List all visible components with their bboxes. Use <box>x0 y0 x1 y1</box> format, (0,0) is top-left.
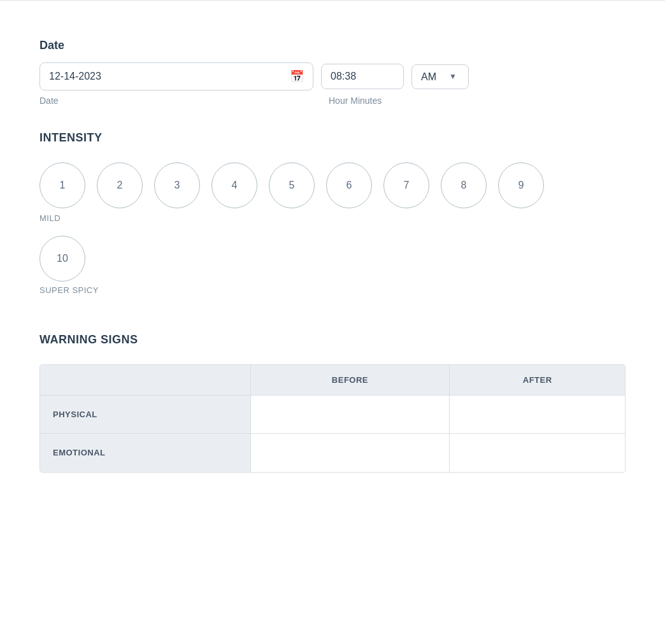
warning-table: BEFORE AFTER PHYSICAL EMOTIONAL <box>40 365 625 472</box>
table-row: EMOTIONAL <box>40 434 625 472</box>
emotional-after-cell[interactable] <box>450 434 625 472</box>
sublabel-row: Date Hour Minutes <box>39 96 626 106</box>
intensity-row-two: 10 <box>39 236 626 282</box>
intensity-circle-4[interactable]: 4 <box>211 162 257 208</box>
date-row: 📅 AM PM ▼ <box>39 62 626 90</box>
intensity-circle-10[interactable]: 10 <box>39 236 85 282</box>
intensity-circle-9[interactable]: 9 <box>498 162 544 208</box>
table-header-row: BEFORE AFTER <box>40 365 625 396</box>
intensity-circle-7[interactable]: 7 <box>383 162 429 208</box>
header-empty <box>40 365 250 396</box>
date-sublabel: Date <box>39 96 313 106</box>
header-before: BEFORE <box>250 365 450 396</box>
time-input-wrapper[interactable] <box>321 64 404 89</box>
intensity-title: INTENSITY <box>39 131 626 145</box>
physical-after-cell[interactable] <box>450 396 625 434</box>
table-row: PHYSICAL <box>40 396 625 434</box>
warning-signs-title: WARNING SIGNS <box>39 333 626 347</box>
row-label-emotional: EMOTIONAL <box>40 434 250 472</box>
intensity-section: INTENSITY 1 2 3 4 5 6 7 8 9 MILD 10 SUPE… <box>39 131 626 295</box>
intensity-circle-5[interactable]: 5 <box>269 162 315 208</box>
row-label-physical: PHYSICAL <box>40 396 250 434</box>
emotional-before-cell[interactable] <box>250 434 450 472</box>
physical-before-cell[interactable] <box>250 396 450 434</box>
intensity-circles-row: 1 2 3 4 5 6 7 8 9 <box>39 162 626 208</box>
intensity-circle-1[interactable]: 1 <box>39 162 85 208</box>
date-input-wrapper[interactable]: 📅 <box>39 62 313 90</box>
header-after: AFTER <box>450 365 625 396</box>
date-input[interactable] <box>49 71 290 82</box>
warning-signs-section: WARNING SIGNS BEFORE AFTER PHYSICAL <box>39 333 626 473</box>
intensity-circle-2[interactable]: 2 <box>97 162 143 208</box>
date-section: Date 📅 AM PM ▼ Date Hour Min <box>39 39 626 106</box>
intensity-circle-3[interactable]: 3 <box>154 162 200 208</box>
intensity-circle-8[interactable]: 8 <box>441 162 487 208</box>
time-sublabel: Hour Minutes <box>329 96 382 106</box>
warning-table-wrapper: BEFORE AFTER PHYSICAL EMOTIONAL <box>39 364 626 473</box>
calendar-icon[interactable]: 📅 <box>290 69 304 83</box>
chevron-down-icon: ▼ <box>449 72 457 81</box>
intensity-circle-6[interactable]: 6 <box>326 162 372 208</box>
ampm-select[interactable]: AM PM <box>421 71 449 82</box>
mild-label: MILD <box>39 213 626 223</box>
date-label: Date <box>39 39 626 52</box>
ampm-select-wrapper[interactable]: AM PM ▼ <box>411 64 469 89</box>
super-spicy-label: SUPER SPICY <box>39 285 626 295</box>
time-input[interactable] <box>331 71 394 82</box>
